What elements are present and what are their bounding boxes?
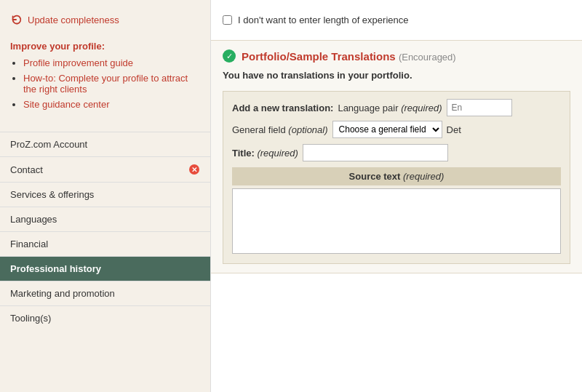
language-pair-input[interactable] [447,99,512,116]
sidebar-item-tooling[interactable]: Tooling(s) [0,305,210,330]
general-field-label: General field (optional) [232,124,328,135]
no-experience-checkbox[interactable] [223,15,232,25]
general-field-select[interactable]: Choose a general field [332,121,442,138]
encouraged-label: (Encouraged) [399,52,456,63]
sidebar-item-professional-history[interactable]: Professional history [0,256,210,281]
sidebar-nav: ProZ.com Account Contact ✕ Services & of… [0,132,210,330]
sidebar-item-languages[interactable]: Languages [0,207,210,231]
sidebar-item-label: Services & offerings [10,189,94,200]
svg-text:✕: ✕ [191,166,197,174]
sidebar-item-services[interactable]: Services & offerings [0,182,210,207]
add-translation-row-1: Add a new translation: Language pair (re… [232,99,561,138]
add-translation-box: Add a new translation: Language pair (re… [223,91,570,264]
sidebar-item-contact[interactable]: Contact ✕ [0,156,210,182]
title-label: Title: (required) [232,148,298,159]
no-experience-label: I don't want to enter length of experien… [238,15,408,25]
profile-improvement-guide-link[interactable]: Profile improvement guide [23,57,133,68]
source-text-input[interactable] [232,188,561,254]
portfolio-header: ✓ Portfolio/Sample Translations (Encoura… [223,49,570,63]
list-item: Site guidance center [23,99,200,110]
portfolio-title: Portfolio/Sample Translations (Encourage… [242,50,456,63]
language-pair-label: Language pair (required) [338,103,442,113]
sidebar: Update completeness Improve your profile… [0,0,211,392]
source-text-header: Source text (required) [232,167,561,185]
sidebar-item-label: Contact [10,164,43,175]
green-check-icon: ✓ [223,49,236,63]
title-row: Title: (required) [232,144,561,161]
error-icon: ✕ [188,164,200,175]
sidebar-item-label: Tooling(s) [10,313,51,324]
improve-profile-links: Profile improvement guide How-to: Comple… [10,57,200,110]
main-content: I don't want to enter length of experien… [211,0,582,392]
list-item: Profile improvement guide [23,57,200,68]
title-input[interactable] [303,144,448,161]
no-translations-text: You have no translations in your portfol… [223,70,570,81]
sidebar-item-label: Professional history [10,263,101,274]
sidebar-item-proz-account[interactable]: ProZ.com Account [0,132,210,156]
howto-complete-profile-link[interactable]: How-to: Complete your profile to attract… [23,73,188,95]
sidebar-item-label: Marketing and promotion [10,288,115,299]
detail-label: Det [447,124,461,135]
source-text-section: Source text (required) [232,167,561,256]
experience-section: I don't want to enter length of experien… [211,0,582,41]
sidebar-item-marketing[interactable]: Marketing and promotion [0,281,210,305]
refresh-icon [10,13,23,26]
portfolio-section: ✓ Portfolio/Sample Translations (Encoura… [211,41,582,273]
list-item: How-to: Complete your profile to attract… [23,73,200,95]
site-guidance-center-link[interactable]: Site guidance center [23,99,110,110]
improve-profile-heading: Improve your profile: [10,41,200,52]
no-experience-row: I don't want to enter length of experien… [223,7,570,33]
update-completeness-label: Update completeness [28,15,119,25]
sidebar-item-financial[interactable]: Financial [0,231,210,256]
sidebar-item-label: Financial [10,239,48,249]
sidebar-item-label: ProZ.com Account [10,139,87,150]
add-translation-label: Add a new translation: [232,103,333,113]
sidebar-item-label: Languages [10,214,57,225]
improve-profile-section: Improve your profile: Profile improvemen… [0,36,210,124]
update-completeness-link[interactable]: Update completeness [0,7,210,36]
